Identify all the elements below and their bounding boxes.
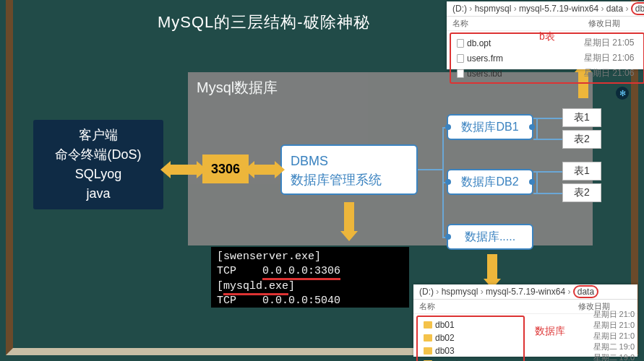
dbms-line: 数据库管理系统 <box>291 170 408 189</box>
breadcrumb-seg: (D:) <box>452 4 475 14</box>
breadcrumb-seg: mysql-5.7.19-winx64 <box>486 287 573 297</box>
file-name: users.frm <box>467 53 503 64</box>
table-box: 表1 <box>562 108 601 127</box>
database-node-db1: 数据库DB1 <box>447 114 533 140</box>
connector-dot-icon <box>445 234 451 240</box>
terminal-output: [swenserver.exe] TCP 0.0.0.0:3306 [mysql… <box>211 247 409 308</box>
client-box: 客户端 命令终端(DoS) SQLyog java <box>33 120 163 209</box>
col-name: 名称 <box>447 17 585 30</box>
folder-icon <box>424 334 432 342</box>
term-line: [swenserver.exe] <box>217 251 321 263</box>
breadcrumb-seg: (D:) <box>419 287 442 297</box>
breadcrumb-seg-highlight: db02 <box>631 2 644 15</box>
folder-date: 星期二 19:0 <box>593 352 635 361</box>
watermark: CSDN @野林杀手X <box>548 327 618 338</box>
database-node-more: 数据库..... <box>447 224 533 250</box>
file-name: users.ibd <box>467 69 502 79</box>
port-box: 3306 <box>202 155 249 183</box>
db-label: 数据库DB2 <box>461 175 518 190</box>
file-row: users.ibd星期日 21:06 <box>451 66 643 81</box>
annotation-text: b表 <box>539 30 555 43</box>
arrow-bidirectional-icon <box>171 165 197 175</box>
folder-name: db01 <box>435 320 455 330</box>
file-icon <box>457 69 464 78</box>
database-node-db2: 数据库DB2 <box>447 169 533 195</box>
folder-name: db03 <box>435 346 455 356</box>
term-line: TCP 0.0.0.0:5040 <box>217 295 340 307</box>
folder-row: db03 <box>418 344 523 357</box>
term-line: TCP <box>217 265 262 277</box>
file-date: 星期日 21:06 <box>581 51 643 66</box>
arrow-down-icon <box>344 202 354 231</box>
breadcrumb-seg: hspmysql <box>442 287 486 297</box>
connector-dot-icon <box>445 124 451 130</box>
dbms-line: DBMS <box>291 152 408 170</box>
connector-line <box>536 171 538 194</box>
col-name: 名称 <box>413 300 575 313</box>
file-explorer-bottom: (D:)hspmysqlmysql-5.7.19-winx64data 名称 修… <box>413 284 637 357</box>
breadcrumb-seg-highlight: data <box>573 285 598 298</box>
file-name: db.opt <box>467 38 491 48</box>
breadcrumb-seg: data <box>606 4 631 14</box>
file-date: 星期日 21:05 <box>581 35 643 51</box>
db-label: 数据库DB1 <box>461 120 518 135</box>
folder-row: mysql <box>418 357 523 361</box>
file-icon <box>457 54 464 63</box>
term-highlight: 0.0.0.0:3306 <box>262 265 340 280</box>
connector-line <box>533 139 562 140</box>
folder-date: 星期二 19:0 <box>593 342 635 352</box>
column-headers: 名称 修改日期 <box>447 17 644 31</box>
arrow-bidirectional-icon <box>254 165 275 175</box>
folder-icon <box>424 321 432 329</box>
connector-line <box>536 118 538 140</box>
client-line: 客户端 <box>79 126 118 145</box>
arrow-down-icon <box>487 254 497 279</box>
connector-dot-icon <box>529 179 535 185</box>
connector-line <box>533 118 562 119</box>
db-label: 数据库..... <box>465 230 515 245</box>
connector-line <box>533 193 562 194</box>
col-date: 修改日期 <box>585 17 644 30</box>
breadcrumb-seg: hspmysql <box>475 4 519 14</box>
term-line: ] <box>288 280 295 292</box>
breadcrumb: (D:)hspmysqlmysql-5.7.19-winx64datadb02 <box>447 1 644 17</box>
folder-row: db01 <box>418 318 523 331</box>
table-box: 表2 <box>562 130 601 149</box>
folder-icon <box>424 347 432 355</box>
connector-dot-icon <box>529 124 535 130</box>
folder-row: db02 <box>418 331 523 344</box>
page-title: MySQL的三层结构-破除神秘 <box>158 12 370 33</box>
breadcrumb-seg: mysql-5.7.19-winx64 <box>519 4 606 14</box>
dbms-box: DBMS 数据库管理系统 <box>280 144 418 195</box>
client-line: 命令终端(DoS) <box>55 145 141 165</box>
client-line: java <box>86 184 110 204</box>
file-icon <box>457 39 464 48</box>
folder-name: db02 <box>435 333 455 343</box>
client-line: SQLyog <box>75 165 121 184</box>
connector-line <box>418 169 444 170</box>
term-line: [ <box>217 280 223 292</box>
folder-group-highlight: db01 db02 db03 mysql performance_schema <box>416 316 525 361</box>
mysql-panel-title: Mysql数据库 <box>197 78 278 97</box>
breadcrumb: (D:)hspmysqlmysql-5.7.19-winx64data <box>413 284 637 300</box>
connector-dot-icon <box>445 179 451 185</box>
term-highlight: mysqld.exe <box>223 280 288 295</box>
file-date: 星期日 21:06 <box>581 66 643 81</box>
folder-date: 星期日 21:0 <box>593 309 635 320</box>
file-explorer-top: (D:)hspmysqlmysql-5.7.19-winx64datadb02 … <box>447 1 644 69</box>
table-box: 表1 <box>562 162 601 180</box>
snowflake-badge-icon: ✻ <box>616 87 629 100</box>
chalkboard-frame: MySQL的三层结构-破除神秘 客户端 命令终端(DoS) SQLyog jav… <box>6 0 638 355</box>
connector-line <box>533 171 562 173</box>
file-row: users.frm星期日 21:06 <box>451 51 643 66</box>
table-box: 表2 <box>562 183 601 202</box>
